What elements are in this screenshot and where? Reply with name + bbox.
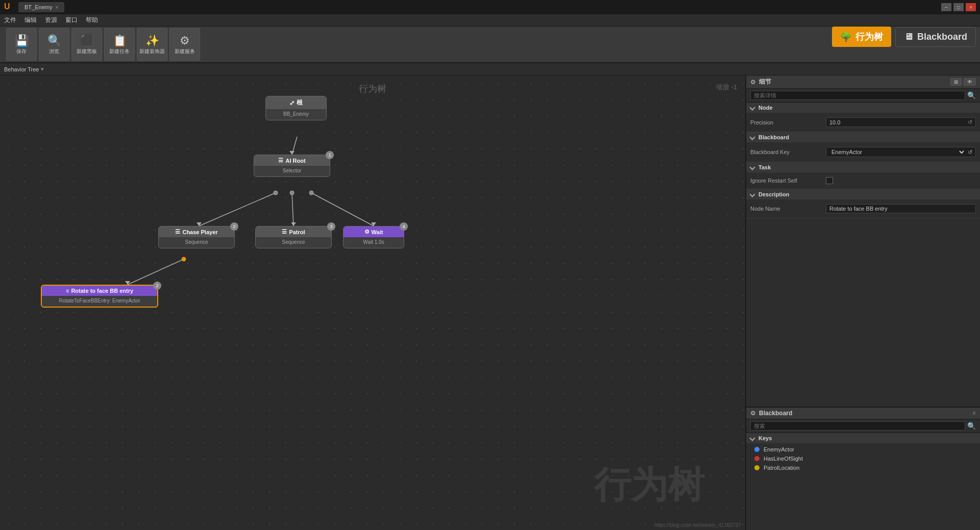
- wait-subtitle: Wait 1.0s: [363, 239, 384, 245]
- enemy-actor-label: EnemyActor: [764, 446, 794, 452]
- task-section-header[interactable]: Task: [746, 162, 980, 172]
- details-grid-view[interactable]: ⊞: [950, 78, 962, 86]
- bb-key-row: Blackboard Key EnemyActor ↺: [750, 145, 976, 159]
- browse-icon: 🔍: [47, 34, 61, 47]
- bb-key-select[interactable]: EnemyActor: [829, 148, 966, 156]
- new-task-button[interactable]: 📋 新建任务: [104, 28, 135, 61]
- bb-key-patrol-location: PatrolLocation: [754, 465, 972, 471]
- details-eye-view[interactable]: 👁: [964, 78, 976, 86]
- bb-keys-chevron: [749, 435, 755, 441]
- airoot-icon: ☰: [278, 157, 283, 164]
- patrol-title: Patrol: [289, 229, 305, 235]
- canvas-zoom: 缩放 -1: [716, 83, 737, 92]
- root-node[interactable]: ⤢ 根 BB_Enemy: [265, 96, 327, 120]
- new-blackboard-button[interactable]: ⬛ 新建黑板: [71, 28, 102, 61]
- canvas[interactable]: 行为树 缩放 -1: [0, 75, 745, 530]
- new-service-icon: ⚙: [180, 34, 190, 47]
- blackboard-section-label: Blackboard: [758, 134, 789, 140]
- canvas-title: 行为树: [359, 83, 386, 95]
- airoot-node[interactable]: 1 ☰ AI Root Selector: [254, 155, 330, 177]
- title-bar: U BT_Enemy × − □ ×: [0, 0, 980, 14]
- blackboard-section-body: Blackboard Key EnemyActor ↺: [746, 142, 980, 162]
- menu-window[interactable]: 窗口: [65, 16, 78, 24]
- svg-point-11: [290, 191, 294, 195]
- precision-value[interactable]: 10.0 ↺: [826, 117, 976, 127]
- breadcrumb: Behavior Tree: [4, 66, 39, 72]
- menu-resource[interactable]: 资源: [45, 16, 57, 24]
- search-button[interactable]: 🔍: [967, 91, 976, 99]
- node-name-row: Node Name Rotate to face BB entry: [750, 203, 976, 215]
- new-decorator-button[interactable]: ✨ 新建装饰器: [137, 28, 167, 61]
- max-button[interactable]: □: [953, 3, 964, 11]
- tree-icon: 🌳: [840, 31, 851, 42]
- wait-node[interactable]: 4 ⚙ Wait Wait 1.0s: [343, 226, 404, 248]
- bb-search-button[interactable]: 🔍: [967, 422, 976, 430]
- bb-key-value[interactable]: EnemyActor ↺: [826, 147, 976, 157]
- close-button[interactable]: ×: [966, 3, 976, 11]
- rotate-subtitle: RotateToFaceBBEntry: EnemyActor: [59, 298, 140, 304]
- menu-help[interactable]: 帮助: [86, 16, 98, 24]
- patrol-subtitle: Sequence: [282, 239, 305, 245]
- min-button[interactable]: −: [941, 3, 951, 11]
- svg-point-13: [182, 257, 186, 261]
- save-button[interactable]: 💾 保存: [6, 28, 37, 61]
- rotate-node[interactable]: 2 ≡ Rotate to face BB entry RotateToFace…: [41, 285, 158, 308]
- wait-num: 4: [400, 222, 408, 231]
- patrol-node-header: ☰ Patrol: [256, 226, 331, 237]
- bb-panel-title: Blackboard: [759, 410, 792, 417]
- bb-panel-close[interactable]: ×: [972, 410, 976, 417]
- precision-val: 10.0: [829, 119, 840, 125]
- tree-label: 行为树: [855, 31, 883, 43]
- patrol-node[interactable]: 3 ☰ Patrol Sequence: [255, 226, 332, 248]
- svg-marker-5: [289, 151, 295, 155]
- bb-keys-header[interactable]: Keys: [746, 433, 980, 443]
- right-panel: ⚙ 细节 ⊞ 👁 🔍 Node Precision: [745, 75, 980, 530]
- tab-title[interactable]: BT_Enemy ×: [18, 2, 64, 12]
- bb-icon: 🖥: [904, 32, 913, 42]
- bb-search-input[interactable]: [750, 421, 965, 431]
- airoot-subtitle: Selector: [283, 168, 302, 173]
- new-service-button[interactable]: ⚙ 新建服务: [169, 28, 200, 61]
- bb-keys-label: Keys: [758, 435, 772, 441]
- root-icon: ⤢: [289, 99, 295, 107]
- description-section: Description Node Name Rotate to face BB …: [746, 189, 980, 218]
- chase-node[interactable]: 2 ☰ Chase Player Sequence: [158, 226, 235, 248]
- bb-key-enemy-actor: EnemyActor: [754, 446, 972, 452]
- rotate-node-body: RotateToFaceBBEntry: EnemyActor: [42, 296, 157, 307]
- node-section-body: Precision 10.0 ↺: [746, 113, 980, 132]
- behavior-tree-button[interactable]: 🌳 行为树: [832, 27, 891, 47]
- chase-node-body: Sequence: [159, 237, 234, 248]
- bb-key-refresh[interactable]: ↺: [968, 149, 972, 156]
- details-panel: ⚙ 细节 ⊞ 👁 🔍 Node Precision: [746, 75, 980, 408]
- node-section-label: Node: [758, 105, 773, 111]
- menu-edit[interactable]: 编辑: [24, 16, 37, 24]
- tab-close[interactable]: ×: [55, 5, 58, 10]
- menu-file[interactable]: 文件: [4, 16, 16, 24]
- canvas-watermark: 行为树: [594, 461, 704, 510]
- description-section-body: Node Name Rotate to face BB entry: [746, 199, 980, 218]
- patrol-icon: ☰: [282, 229, 287, 235]
- blackboard-button[interactable]: 🖥 Blackboard: [895, 27, 976, 47]
- browse-button[interactable]: 🔍 浏览: [39, 28, 69, 61]
- blackboard-section-header[interactable]: Blackboard: [746, 132, 980, 142]
- enemy-actor-dot: [754, 447, 760, 452]
- search-input[interactable]: [750, 91, 965, 100]
- bb-keys-list: EnemyActor HasLineOfSight PatrolLocation: [746, 443, 980, 474]
- browse-label: 浏览: [49, 48, 59, 55]
- node-name-value[interactable]: Rotate to face BB entry: [826, 204, 976, 213]
- rotate-num: 2: [153, 282, 161, 290]
- node-section-header[interactable]: Node: [746, 103, 980, 113]
- node-section: Node Precision 10.0 ↺: [746, 103, 980, 132]
- title-controls: − □ ×: [941, 3, 976, 11]
- url-bar: https://blog.csdn.net/weixin_41160737: [654, 522, 741, 528]
- new-service-label: 新建服务: [175, 48, 195, 55]
- svg-line-2: [292, 193, 293, 226]
- description-section-header[interactable]: Description: [746, 189, 980, 199]
- has-line-of-sight-dot: [754, 456, 760, 461]
- ignore-restart-checkbox[interactable]: [826, 177, 833, 184]
- new-decorator-icon: ✨: [145, 34, 159, 47]
- root-title: 根: [297, 98, 303, 107]
- desc-chevron: [749, 191, 755, 197]
- svg-line-4: [128, 259, 184, 285]
- tab-name: BT_Enemy: [24, 4, 52, 10]
